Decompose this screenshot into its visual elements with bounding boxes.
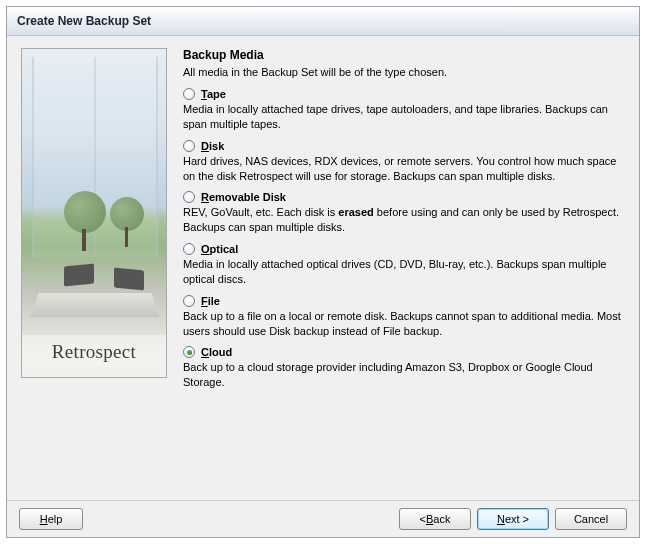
option-tape[interactable]: Tape Media in locally attached tape driv… [183, 88, 623, 132]
section-subheading: All media in the Backup Set will be of t… [183, 66, 623, 78]
cancel-button[interactable]: Cancel [555, 508, 627, 530]
help-button[interactable]: Help [19, 508, 83, 530]
wizard-window: Create New Backup Set Retrospect Backup … [6, 6, 640, 538]
option-removable-disk[interactable]: Removable Disk REV, GoVault, etc. Each d… [183, 191, 623, 235]
option-optical[interactable]: Optical Media in locally attached optica… [183, 243, 623, 287]
wizard-sidebar: Retrospect [21, 48, 167, 492]
option-removable-disk-desc: REV, GoVault, etc. Each disk is erased b… [183, 205, 623, 235]
option-tape-desc: Media in locally attached tape drives, t… [183, 102, 623, 132]
radio-tape[interactable] [183, 88, 195, 100]
brand-label: Retrospect [22, 335, 166, 367]
option-optical-label: Optical [201, 243, 238, 255]
option-disk-desc: Hard drives, NAS devices, RDX devices, o… [183, 154, 623, 184]
radio-disk[interactable] [183, 140, 195, 152]
option-file[interactable]: File Back up to a file on a local or rem… [183, 295, 623, 339]
section-heading: Backup Media [183, 48, 623, 62]
back-button[interactable]: < Back [399, 508, 471, 530]
option-disk-label: Disk [201, 140, 224, 152]
option-tape-label: Tape [201, 88, 226, 100]
option-file-label: File [201, 295, 220, 307]
next-button[interactable]: Next > [477, 508, 549, 530]
option-disk[interactable]: Disk Hard drives, NAS devices, RDX devic… [183, 140, 623, 184]
wizard-sidebar-image: Retrospect [21, 48, 167, 378]
option-file-desc: Back up to a file on a local or remote d… [183, 309, 623, 339]
option-cloud-desc: Back up to a cloud storage provider incl… [183, 360, 623, 390]
radio-file[interactable] [183, 295, 195, 307]
option-removable-disk-label: Removable Disk [201, 191, 286, 203]
wizard-body: Retrospect Backup Media All media in the… [7, 36, 639, 500]
radio-removable-disk[interactable] [183, 191, 195, 203]
option-cloud-label: Cloud [201, 346, 232, 358]
radio-cloud[interactable] [183, 346, 195, 358]
option-cloud[interactable]: Cloud Back up to a cloud storage provide… [183, 346, 623, 390]
wizard-content: Backup Media All media in the Backup Set… [183, 48, 623, 492]
window-title: Create New Backup Set [7, 7, 639, 36]
radio-optical[interactable] [183, 243, 195, 255]
option-optical-desc: Media in locally attached optical drives… [183, 257, 623, 287]
wizard-footer: Help < Back Next > Cancel [7, 500, 639, 537]
